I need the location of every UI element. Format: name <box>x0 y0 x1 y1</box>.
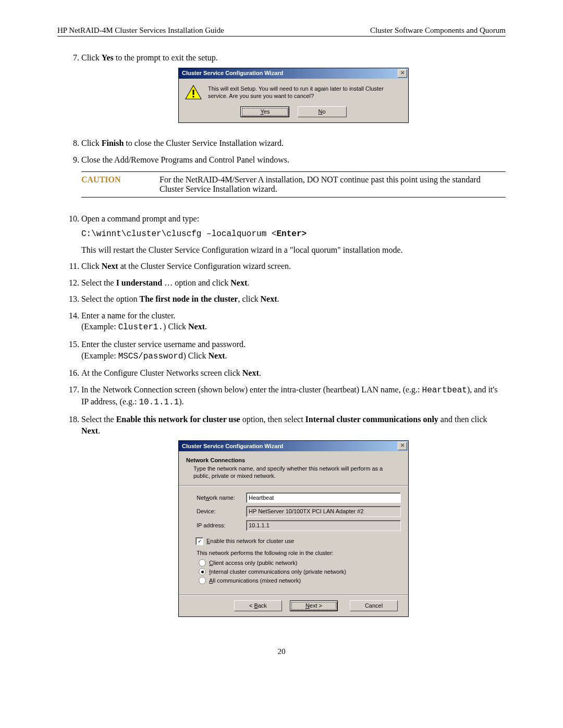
network-name-input[interactable]: Heartbeat <box>246 492 401 503</box>
step-10-text: This will restart the Cluster Service Co… <box>81 244 506 256</box>
close-icon[interactable]: ✕ <box>398 442 407 450</box>
step-9: Close the Add/Remove Programs and Contro… <box>81 154 506 166</box>
caution-box: CAUTION For the NetRAID-4M/Server A inst… <box>81 171 506 198</box>
page-header: HP NetRAID-4M Cluster Services Installat… <box>57 26 506 36</box>
confirm-dialog: Cluster Service Configuration Wizard ✕ T… <box>178 68 409 124</box>
command-line: C:\winnt\cluster\cluscfg –localquorum <E… <box>81 229 506 240</box>
separator <box>179 485 408 486</box>
svg-rect-2 <box>193 96 194 97</box>
radio-internal-only[interactable] <box>199 568 206 575</box>
step-14: Enter a name for the cluster. (Example: … <box>81 310 506 334</box>
step-12: Select the I understand … option and cli… <box>81 277 506 289</box>
wizard-button-row: < Back Next > Cancel <box>179 595 408 616</box>
dialog-buttons: Yes No <box>179 104 408 122</box>
yes-button[interactable]: Yes <box>240 106 289 117</box>
instruction-list-cont: Open a command prompt and type: C:\winnt… <box>57 213 506 626</box>
wizard-heading: Network Connections <box>186 456 401 464</box>
header-right: Cluster Software Components and Quorum <box>370 26 506 35</box>
dialog-titlebar: Cluster Service Configuration Wizard ✕ <box>179 441 408 451</box>
svg-rect-1 <box>193 90 194 95</box>
radio-client-access[interactable] <box>199 559 206 566</box>
step-8: Click Finish to close the Cluster Servic… <box>81 138 506 149</box>
enable-network-label: Enable this network for cluster use <box>206 537 294 545</box>
header-left: HP NetRAID-4M Cluster Services Installat… <box>57 26 224 35</box>
ip-address-field: 10.1.1.1 <box>246 520 401 531</box>
next-button[interactable]: Next > <box>290 600 338 611</box>
step-13: Select the option The first node in the … <box>81 293 506 305</box>
device-field: HP NetServer 10/100TX PCI LAN Adapter #2 <box>246 506 401 517</box>
label-network-name: Network name: <box>197 494 246 502</box>
step-17: In the Network Connection screen (shown … <box>81 384 506 409</box>
page-number: 20 <box>57 647 506 656</box>
radio-all-communications[interactable] <box>199 577 206 584</box>
step-15: Enter the cluster service username and p… <box>81 339 506 362</box>
caution-text: For the NetRAID-4M/Server A installation… <box>160 175 506 194</box>
step-11: Click Next at the Cluster Service Config… <box>81 261 506 272</box>
dialog-message: This will exit Setup. You will need to r… <box>208 85 402 101</box>
radio-internal-only-label: Internal cluster communications only (pr… <box>209 568 346 576</box>
step-7: Click Yes to the prompt to exit the setu… <box>81 52 506 132</box>
warning-icon <box>185 85 202 100</box>
wizard-dialog: Cluster Service Configuration Wizard ✕ N… <box>178 440 409 617</box>
radio-all-communications-label: All communications (mixed network) <box>209 577 301 585</box>
step-16: At the Configure Cluster Networks screen… <box>81 367 506 379</box>
enable-network-checkbox[interactable]: ✓ <box>195 537 203 545</box>
step-10: Open a command prompt and type: C:\winnt… <box>81 213 506 255</box>
close-icon[interactable]: ✕ <box>398 69 407 78</box>
label-ip-address: IP address: <box>197 522 246 529</box>
back-button[interactable]: < Back <box>234 600 282 611</box>
cancel-button[interactable]: Cancel <box>350 600 398 611</box>
step-18: Select the Enable this network for clust… <box>81 414 506 626</box>
no-button[interactable]: No <box>298 106 347 117</box>
instruction-list: Click Yes to the prompt to exit the setu… <box>57 52 506 165</box>
role-text: This network performs the following role… <box>197 549 396 557</box>
dialog-title: Cluster Service Configuration Wizard <box>182 442 283 450</box>
label-device: Device: <box>197 508 246 515</box>
wizard-subtext: Type the network name, and specify wheth… <box>193 465 401 480</box>
dialog-titlebar: Cluster Service Configuration Wizard ✕ <box>179 68 408 79</box>
radio-client-access-label: Client access only (public network) <box>209 559 297 567</box>
caution-label: CAUTION <box>81 175 160 194</box>
dialog-title: Cluster Service Configuration Wizard <box>182 69 283 77</box>
